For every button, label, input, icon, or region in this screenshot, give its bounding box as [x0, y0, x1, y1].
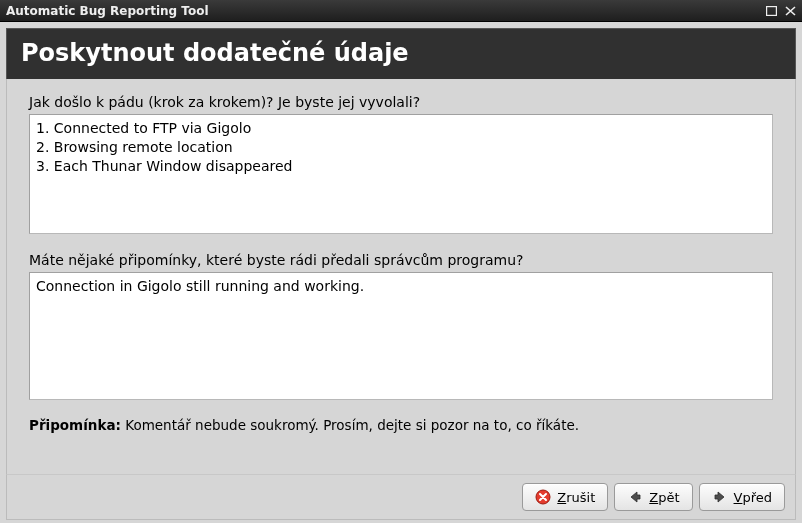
back-label: Zpět — [649, 491, 679, 504]
window-body: Poskytnout dodatečné údaje Jak došlo k p… — [0, 22, 802, 523]
privacy-note-prefix: Připomínka: — [29, 417, 121, 433]
content-panel: Jak došlo k pádu (krok za krokem)? Je by… — [6, 79, 796, 474]
comments-textarea[interactable] — [29, 272, 773, 400]
window-titlebar: Automatic Bug Reporting Tool — [0, 0, 802, 22]
arrow-right-icon — [712, 489, 728, 505]
arrow-left-icon — [627, 489, 643, 505]
window-maximize-button[interactable] — [763, 4, 779, 18]
page-title: Poskytnout dodatečné údaje — [21, 39, 409, 67]
cancel-label: Zrušit — [557, 491, 595, 504]
forward-label: Vpřed — [734, 491, 772, 504]
steps-textarea[interactable] — [29, 114, 773, 234]
button-bar: Zrušit Zpět Vpřed — [6, 474, 796, 520]
privacy-note-text: Komentář nebude soukromý. Prosím, dejte … — [121, 417, 579, 433]
comments-field: Máte nějaké připomínky, které byste rádi… — [29, 251, 773, 403]
privacy-note: Připomínka: Komentář nebude soukromý. Pr… — [29, 417, 773, 433]
page-header: Poskytnout dodatečné údaje — [6, 28, 796, 79]
steps-label: Jak došlo k pádu (krok za krokem)? Je by… — [29, 93, 773, 112]
comments-label: Máte nějaké připomínky, které byste rádi… — [29, 251, 773, 270]
svg-rect-0 — [766, 6, 776, 15]
window-title: Automatic Bug Reporting Tool — [6, 4, 760, 18]
back-button[interactable]: Zpět — [614, 483, 692, 511]
cancel-button[interactable]: Zrušit — [522, 483, 608, 511]
maximize-icon — [766, 6, 777, 16]
cancel-icon — [535, 489, 551, 505]
steps-field: Jak došlo k pádu (krok za krokem)? Je by… — [29, 93, 773, 237]
forward-button[interactable]: Vpřed — [699, 483, 785, 511]
window-close-button[interactable] — [782, 4, 798, 18]
close-icon — [785, 6, 796, 16]
